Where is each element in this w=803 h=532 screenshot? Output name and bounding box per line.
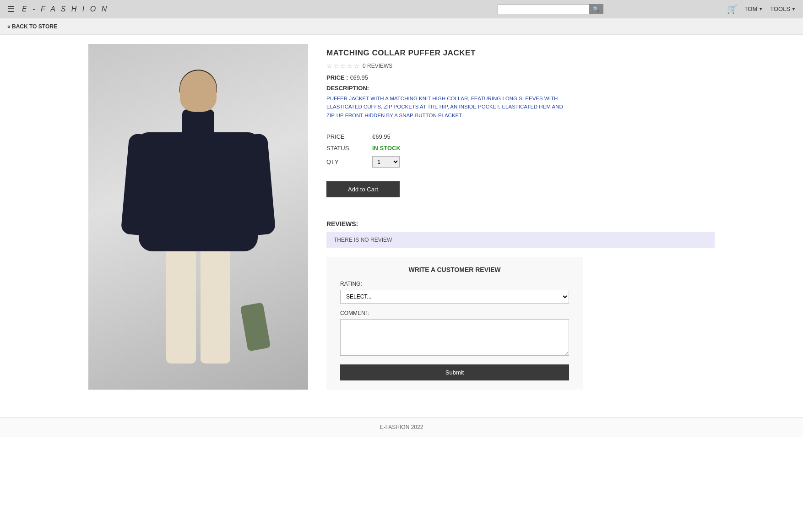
pants-left bbox=[166, 244, 196, 364]
status-row-value: IN STOCK bbox=[372, 145, 401, 152]
user-caret-icon: ▼ bbox=[759, 7, 763, 11]
status-row: STATUS IN STOCK bbox=[326, 145, 715, 152]
star-4: ☆ bbox=[347, 62, 353, 70]
star-5: ☆ bbox=[354, 62, 360, 70]
star-3: ☆ bbox=[340, 62, 346, 70]
head bbox=[180, 71, 217, 112]
cart-icon[interactable]: 🛒 bbox=[727, 4, 737, 14]
product-title: MATCHING COLLAR PUFFER JACKET bbox=[326, 49, 715, 58]
write-review-title: WRITE A CUSTOMER REVIEW bbox=[340, 266, 569, 273]
product-image-container bbox=[88, 44, 308, 390]
stars: ☆ ☆ ☆ ☆ ☆ bbox=[326, 62, 360, 70]
footer: E-FASHION 2022 bbox=[0, 417, 803, 437]
comment-textarea[interactable] bbox=[340, 319, 569, 356]
pants-right bbox=[201, 244, 230, 364]
description-label: DESCRIPTION: bbox=[326, 85, 715, 92]
reviews-section-label: REVIEWS: bbox=[326, 220, 715, 228]
header-right: 🛒 TOM ▼ TOOLS ▼ bbox=[727, 4, 796, 14]
jacket-body bbox=[139, 132, 258, 251]
write-review-form: WRITE A CUSTOMER REVIEW RATING: SELECT..… bbox=[326, 257, 583, 390]
product-description: PUFFER JACKET WITH A MATCHING KNIT HIGH … bbox=[326, 94, 564, 119]
back-to-store-link[interactable]: « BACK TO STORE bbox=[7, 23, 57, 30]
add-to-cart-button[interactable]: Add to Cart bbox=[326, 181, 400, 197]
user-menu[interactable]: TOM ▼ bbox=[744, 5, 763, 12]
comment-label: COMMENT: bbox=[340, 310, 569, 316]
user-label: TOM bbox=[744, 5, 758, 12]
price-intro-value: €69.95 bbox=[350, 74, 368, 81]
price-table: PRICE €69.95 STATUS IN STOCK QTY 1 2 3 4… bbox=[326, 133, 715, 168]
no-review-box: THERE IS NO REVIEW bbox=[326, 232, 715, 248]
jacket-figure bbox=[125, 61, 271, 373]
jacket-collar bbox=[182, 109, 214, 137]
price-row-label: PRICE bbox=[326, 133, 372, 140]
qty-row-label: QTY bbox=[326, 158, 372, 165]
submit-button[interactable]: Submit bbox=[340, 364, 569, 380]
tools-caret-icon: ▼ bbox=[792, 7, 796, 11]
footer-text: E-FASHION 2022 bbox=[380, 424, 423, 430]
status-row-label: STATUS bbox=[326, 145, 372, 152]
star-1: ☆ bbox=[326, 62, 332, 70]
search-area: 🔍 bbox=[374, 4, 727, 14]
site-logo: E - F A S H I O N bbox=[22, 5, 374, 13]
price-intro-label: PRICE : bbox=[326, 74, 348, 81]
reviews-section: REVIEWS: THERE IS NO REVIEW WRITE A CUST… bbox=[326, 220, 715, 390]
star-2: ☆ bbox=[333, 62, 339, 70]
rating-label: RATING: bbox=[340, 281, 569, 287]
menu-icon[interactable]: ☰ bbox=[7, 4, 15, 14]
hand-item bbox=[240, 302, 271, 351]
product-details: MATCHING COLLAR PUFFER JACKET ☆ ☆ ☆ ☆ ☆ … bbox=[326, 44, 715, 390]
search-button[interactable]: 🔍 bbox=[589, 4, 603, 14]
qty-row: QTY 1 2 3 4 5 bbox=[326, 156, 715, 168]
header: ☰ E - F A S H I O N 🔍 🛒 TOM ▼ TOOLS ▼ bbox=[0, 0, 803, 18]
product-image bbox=[88, 44, 308, 390]
price-row-value: €69.95 bbox=[372, 133, 391, 140]
product-price-line: PRICE : €69.95 bbox=[326, 74, 715, 81]
main-content: MATCHING COLLAR PUFFER JACKET ☆ ☆ ☆ ☆ ☆ … bbox=[81, 35, 722, 399]
product-rating: ☆ ☆ ☆ ☆ ☆ 0 REVIEWS bbox=[326, 62, 715, 70]
search-input[interactable] bbox=[498, 4, 589, 14]
rating-select[interactable]: SELECT... 1 - Poor 2 - Fair 3 - Average … bbox=[340, 290, 569, 304]
qty-select[interactable]: 1 2 3 4 5 bbox=[372, 156, 400, 168]
reviews-count: 0 REVIEWS bbox=[363, 63, 392, 69]
tools-label: TOOLS bbox=[770, 5, 790, 12]
tools-menu[interactable]: TOOLS ▼ bbox=[770, 5, 796, 12]
back-nav: « BACK TO STORE bbox=[0, 18, 803, 35]
price-row: PRICE €69.95 bbox=[326, 133, 715, 140]
